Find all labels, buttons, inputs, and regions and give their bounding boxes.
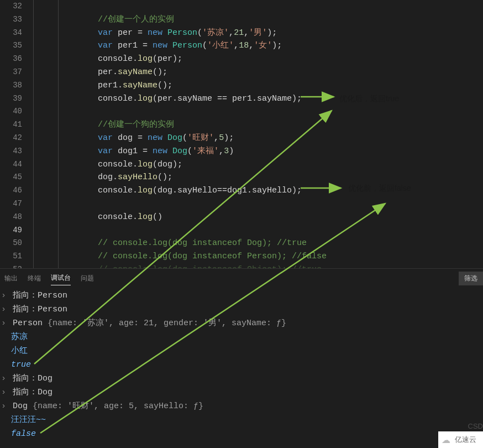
fn: sayName	[118, 67, 153, 77]
line-number: 33	[0, 13, 22, 27]
log-text: 指向：Person	[13, 291, 67, 300]
line-number: 42	[0, 132, 22, 145]
console-line[interactable]: 小红	[1, 344, 482, 358]
code-line[interactable]: // console.log(dog instanceof Dog); //tr…	[28, 237, 483, 250]
chevron-right-icon[interactable]: ›	[1, 372, 8, 386]
code-line[interactable]: // console.log(dog instanceof Person); /…	[28, 250, 483, 263]
p: (	[187, 147, 192, 156]
console-line[interactable]: › 指向：Person	[1, 303, 482, 316]
log-text: 指向：Person	[13, 305, 67, 314]
console-line[interactable]: true	[1, 358, 482, 372]
comment: //创建一个狗的实例	[98, 120, 174, 129]
code-line[interactable]: var dog1 = new Dog('来福',3)	[28, 145, 483, 158]
chevron-right-icon[interactable]: ›	[1, 386, 8, 399]
str: '女'	[254, 41, 272, 50]
log-text: true	[11, 360, 31, 369]
tab-output[interactable]: 输出	[4, 272, 18, 285]
p: ()	[153, 212, 162, 222]
p: (dog.sayHello==dog1.sayHello);	[153, 186, 302, 195]
fn: log	[138, 212, 153, 222]
code-line[interactable]: per.sayName();	[28, 66, 483, 79]
code-line[interactable]: console.log(per);	[28, 53, 483, 66]
fn: sayName	[123, 81, 158, 90]
t: console.	[98, 212, 138, 222]
line-number: 34	[0, 27, 22, 40]
log-text: Dog	[13, 402, 33, 411]
log-text: 苏凉	[11, 332, 28, 342]
chevron-right-icon[interactable]: ›	[1, 289, 8, 303]
chevron-right-icon[interactable]: ›	[1, 316, 8, 330]
line-number: 52	[0, 263, 22, 268]
panel-tabs: 输出 终端 调试台 问题 筛选	[0, 269, 483, 285]
kw: var	[98, 147, 113, 156]
code-line[interactable]: //创建一个狗的实例	[28, 118, 483, 132]
comment: // console.log(dog instanceof Person); /…	[98, 252, 327, 261]
str: '旺财'	[187, 133, 214, 143]
debug-console[interactable]: › 指向：Person › 指向：Person › Person {name: …	[0, 285, 483, 444]
t: dog.	[98, 173, 118, 182]
code-line[interactable]: var per = new Person('苏凉',21,'男');	[28, 27, 483, 40]
p: ,	[219, 147, 224, 156]
code-line[interactable]: var dog = new Dog('旺财',5);	[28, 132, 483, 145]
code-line[interactable]	[28, 0, 483, 13]
console-line[interactable]: 苏凉	[1, 330, 482, 344]
line-number: 35	[0, 39, 22, 53]
num: 3	[224, 147, 229, 156]
t: per =	[113, 28, 148, 38]
log-text: 小红	[11, 346, 28, 356]
t: dog1 =	[113, 147, 153, 156]
str: '苏凉'	[202, 28, 229, 38]
tab-problems[interactable]: 问题	[81, 272, 94, 285]
console-line[interactable]: › 指向：Dog	[1, 372, 482, 386]
cls: Dog	[162, 133, 182, 143]
code-line[interactable]: console.log()	[28, 211, 483, 224]
code-content[interactable]: //创建一个人的实例 var per = new Person('苏凉',21,…	[28, 0, 483, 268]
log-text: 指向：Dog	[13, 388, 53, 397]
tab-terminal[interactable]: 终端	[28, 272, 41, 285]
line-number: 36	[0, 53, 22, 66]
code-line[interactable]: console.log(per.sayName == per1.sayName)…	[28, 92, 483, 106]
code-line[interactable]: per1.sayName();	[28, 79, 483, 92]
console-line[interactable]: › Dog {name: '旺财', age: 5, sayHello: ƒ}	[1, 399, 482, 413]
kw: var	[98, 28, 113, 38]
fn: log	[138, 54, 153, 64]
t: per1.	[98, 81, 123, 90]
code-line[interactable]: console.log(dog.sayHello==dog1.sayHello)…	[28, 184, 483, 197]
chevron-right-icon[interactable]: ›	[1, 399, 8, 413]
fn: sayHello	[118, 173, 158, 182]
tab-debug-console[interactable]: 调试台	[51, 271, 71, 285]
console-line[interactable]: › 指向：Person	[1, 289, 482, 303]
watermark-text: 亿速云	[455, 435, 476, 445]
p: )	[229, 147, 234, 156]
line-number: 46	[0, 184, 22, 197]
filter-button[interactable]: 筛选	[459, 272, 483, 285]
t: dog =	[113, 133, 148, 143]
code-line[interactable]	[28, 224, 483, 237]
console-line[interactable]: 汪汪汪~~	[1, 413, 482, 427]
console-line[interactable]: › 指向：Dog	[1, 386, 482, 399]
line-number: 48	[0, 211, 22, 224]
code-line[interactable]	[28, 197, 483, 211]
chevron-right-icon[interactable]: ›	[1, 303, 8, 316]
line-number: 45	[0, 171, 22, 184]
code-line[interactable]: // console.log(dog instanceof Object); /…	[28, 263, 483, 268]
console-line[interactable]: › Person {name: '苏凉', age: 21, gender: '…	[1, 316, 482, 330]
log-text: 指向：Dog	[13, 374, 53, 383]
str: '男'	[249, 28, 267, 38]
code-line[interactable]: //创建一个人的实例	[28, 13, 483, 27]
code-line[interactable]: console.log(dog);	[28, 158, 483, 171]
code-line[interactable]	[28, 105, 483, 118]
p: (	[197, 28, 202, 38]
code-editor[interactable]: 32 33 34 35 36 37 38 39 40 41 42 43 44 4…	[0, 0, 483, 268]
t: console.	[98, 54, 138, 64]
code-line[interactable]: dog.sayHello();	[28, 171, 483, 184]
p: );	[224, 133, 234, 143]
console-line[interactable]: false	[1, 427, 482, 441]
bottom-panel: 输出 终端 调试台 问题 筛选 › 指向：Person › 指向：Person …	[0, 268, 483, 448]
line-number: 49	[0, 224, 22, 237]
fn: log	[138, 160, 153, 169]
code-line[interactable]: var per1 = new Person('小红',18,'女');	[28, 39, 483, 53]
line-number: 37	[0, 66, 22, 79]
csdn-watermark: CSD	[468, 422, 483, 430]
p: ,	[244, 28, 249, 38]
